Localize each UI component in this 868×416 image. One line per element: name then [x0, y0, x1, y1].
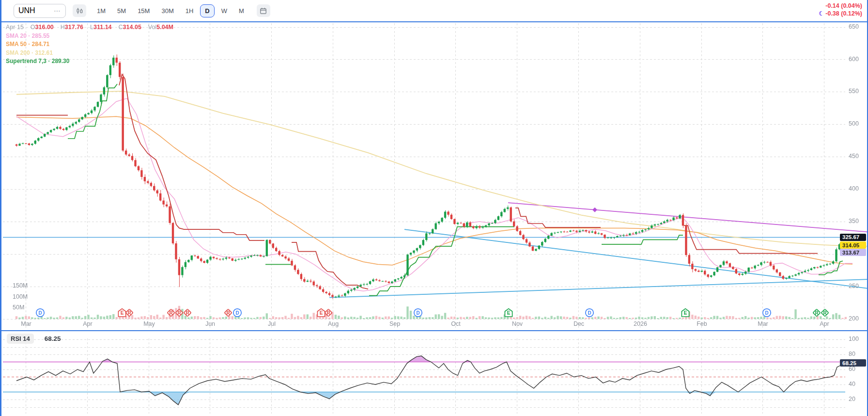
- legend-sma50[interactable]: SMA 50 · 284.71: [6, 41, 173, 48]
- chart-legend: Apr 15 O316.00 H317.76 L311.14 C314.05 V…: [6, 24, 173, 64]
- afterhours-change-row: ☾-0.38 (0.12%): [819, 10, 863, 17]
- calendar-button[interactable]: [257, 4, 270, 17]
- volume-axis-tick: 100M: [13, 293, 28, 300]
- time-axis-label: Jun: [203, 320, 217, 327]
- tab-timeframe-5m[interactable]: 5M: [112, 4, 131, 17]
- rsi-axis-tick: 20: [849, 396, 855, 402]
- time-axis-label: Mar: [19, 320, 33, 327]
- event-marker-r[interactable]: R: [820, 308, 830, 320]
- event-marker-d[interactable]: D: [232, 308, 242, 320]
- volume-axis-tick: 150M: [13, 282, 28, 289]
- price-axis-tick: 400: [849, 185, 859, 192]
- event-marker-d[interactable]: D: [35, 308, 45, 320]
- time-axis-label: Mar: [756, 320, 770, 327]
- symbol-label: UNH: [18, 6, 35, 15]
- calendar-icon: [260, 7, 267, 15]
- legend-open: O316.00: [31, 24, 54, 31]
- svg-text:R: R: [815, 310, 819, 316]
- svg-text:R: R: [127, 310, 131, 316]
- toolbar: UNH ⋯ 1M 5M 15M 30M 1H D W M: [0, 0, 868, 21]
- event-marker-d[interactable]: D: [413, 308, 423, 320]
- svg-text:R: R: [326, 310, 330, 316]
- svg-text:R: R: [226, 310, 230, 316]
- event-marker-d[interactable]: D: [762, 308, 772, 320]
- svg-text:D: D: [588, 310, 591, 316]
- tab-timeframe-15m[interactable]: 15M: [133, 4, 155, 17]
- event-marker-e[interactable]: E: [504, 308, 513, 320]
- legend-sma200[interactable]: SMA 200 · 312.61: [6, 49, 173, 56]
- legend-sma20[interactable]: SMA 20 · 285.55: [6, 32, 173, 39]
- last-price-badge: 314.05: [840, 241, 866, 249]
- rsi-current-value: 68.25: [45, 335, 61, 342]
- rsi-axis-tick: 80: [849, 351, 855, 357]
- svg-text:D: D: [235, 310, 239, 316]
- time-axis-label: Nov: [510, 320, 525, 327]
- afterhours-change: -0.38 (0.12%): [825, 10, 862, 17]
- time-axis-label: Jul: [264, 320, 279, 327]
- svg-text:R: R: [169, 310, 173, 316]
- svg-text:E: E: [121, 310, 124, 316]
- trading-chart-app: UNH ⋯ 1M 5M 15M 30M 1H D W M: [0, 0, 868, 416]
- time-axis-label: May: [142, 320, 156, 327]
- time-axis-label: Sep: [388, 320, 402, 327]
- legend-supertrend[interactable]: Supertrend 7,3 · 289.30: [6, 58, 173, 64]
- regular-change: -0.14 (0.04%): [819, 2, 863, 10]
- event-marker-d[interactable]: D: [585, 308, 594, 320]
- svg-text:E: E: [320, 310, 323, 316]
- time-axis-label: 2026: [633, 320, 648, 327]
- price-axis-tick: 350: [849, 218, 859, 224]
- rsi-value-badge: 68.25: [840, 359, 866, 367]
- price-axis-tick: 450: [849, 153, 859, 160]
- legend-date: Apr 15: [6, 24, 24, 31]
- tab-timeframe-1h[interactable]: 1H: [181, 4, 199, 17]
- time-axis-label: Dec: [572, 320, 586, 327]
- event-marker-r[interactable]: R: [183, 308, 192, 320]
- svg-text:R: R: [823, 310, 827, 316]
- rsi-axis-tick: 60: [849, 366, 855, 372]
- symbol-search-box[interactable]: UNH ⋯: [14, 4, 66, 18]
- svg-text:D: D: [765, 310, 768, 316]
- volume-axis-tick: 50M: [13, 304, 24, 311]
- moon-icon: ☾: [819, 10, 824, 17]
- tab-timeframe-monthly[interactable]: M: [234, 4, 249, 17]
- svg-text:E: E: [684, 310, 687, 316]
- event-marker-r[interactable]: R: [124, 308, 134, 320]
- chart-type-button[interactable]: [73, 4, 86, 17]
- left-accent-border: [0, 0, 1, 416]
- tab-timeframe-daily[interactable]: D: [200, 4, 214, 17]
- price-axis-tick: 650: [849, 23, 859, 30]
- price-axis-tick: 200: [849, 315, 859, 322]
- rsi-axis-tick: 40: [849, 381, 855, 387]
- time-axis-label: Apr: [80, 320, 95, 327]
- tab-timeframe-30m[interactable]: 30M: [156, 4, 178, 17]
- rsi-axis-tick: 100: [849, 336, 859, 342]
- legend-volume: Vol5.04M: [148, 24, 173, 31]
- price-change-block: -0.14 (0.04%) ☾-0.38 (0.12%): [819, 2, 863, 17]
- svg-text:D: D: [38, 310, 42, 316]
- time-axis-label: Oct: [449, 320, 463, 327]
- svg-text:R: R: [177, 310, 181, 316]
- svg-text:E: E: [507, 310, 511, 316]
- legend-high: H317.76: [61, 24, 83, 31]
- event-marker-r[interactable]: R: [324, 308, 333, 320]
- pane-resize-divider[interactable]: [0, 330, 868, 331]
- event-marker-r[interactable]: R: [223, 308, 233, 320]
- time-axis-label: Feb: [695, 320, 709, 327]
- price-axis-tick: 250: [849, 283, 859, 289]
- rsi-header: RSI 14 68.25: [7, 334, 61, 344]
- price-axis-tick: 550: [849, 88, 859, 95]
- event-marker-e[interactable]: E: [681, 308, 690, 320]
- tab-timeframe-1m[interactable]: 1M: [92, 4, 110, 17]
- candlestick-icon: [76, 7, 83, 15]
- hline-price-badge[interactable]: 325.67: [840, 234, 866, 241]
- legend-close: C314.05: [119, 24, 141, 31]
- tab-timeframe-weekly[interactable]: W: [217, 4, 232, 17]
- price-axis-tick: 600: [849, 56, 859, 63]
- symbol-menu-icon[interactable]: ⋯: [54, 7, 61, 15]
- time-axis-label: Aug: [326, 320, 341, 327]
- rsi-indicator-label[interactable]: RSI 14: [7, 334, 34, 344]
- price-axis-tick: 500: [849, 120, 859, 127]
- svg-text:R: R: [186, 310, 189, 316]
- time-axis-label: Apr: [817, 320, 832, 327]
- svg-text:D: D: [416, 310, 419, 316]
